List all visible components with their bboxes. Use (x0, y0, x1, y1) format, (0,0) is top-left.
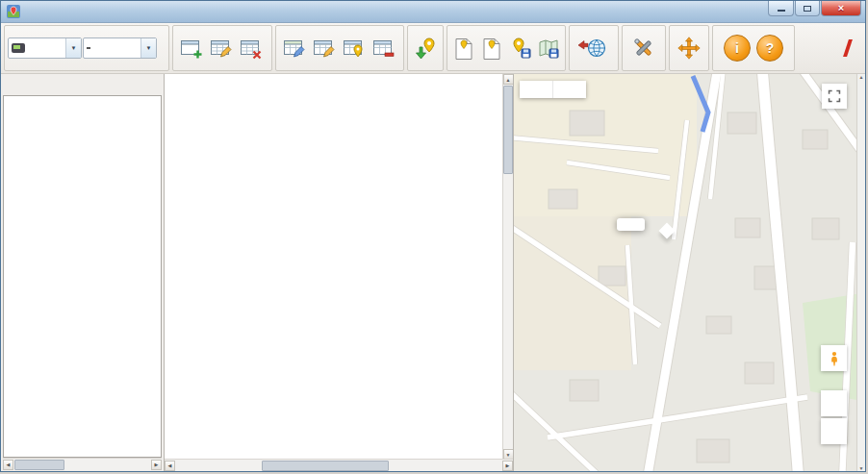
save-csv-button[interactable] (478, 34, 505, 62)
kml-file-icon (452, 37, 475, 60)
main-area: ◀ ▶ ▲ ▼ ◀ ▶ (1, 74, 865, 471)
device-icon (12, 43, 25, 53)
table-delete-icon (239, 37, 262, 60)
pegman-button[interactable] (821, 345, 847, 371)
zoom-in-button[interactable] (821, 390, 847, 416)
scroll-thumb[interactable] (503, 86, 513, 174)
load-track-button[interactable] (411, 34, 440, 62)
map-type-control (520, 81, 586, 98)
scroll-down-icon[interactable]: ▼ (859, 465, 864, 471)
sidebar-tabs (1, 74, 164, 95)
help-button[interactable]: ? (756, 35, 783, 62)
close-icon: × (838, 3, 844, 13)
device-select[interactable]: ▼ (8, 37, 82, 59)
satellite-tab[interactable] (552, 81, 586, 98)
grid-pencil-orange-icon (312, 37, 335, 60)
scroll-right-icon[interactable]: ▶ (151, 460, 162, 470)
edit-tool-button-4[interactable] (369, 34, 397, 62)
panel-sort: ▼ ▼ (4, 25, 169, 71)
grid-marker-icon (342, 37, 365, 60)
title-bar: × (1, 1, 865, 23)
scroll-left-icon[interactable]: ◀ (3, 460, 13, 470)
table-hscrollbar[interactable]: ◀ ▶ (165, 459, 513, 471)
table-pencil-icon (209, 37, 232, 60)
question-icon: ? (766, 40, 775, 56)
panel-edit (275, 25, 404, 71)
marker-download-icon (414, 37, 437, 60)
scroll-up-icon[interactable]: ▲ (859, 74, 864, 80)
panel-about: i ? (712, 25, 795, 71)
scroll-left-icon[interactable]: ◀ (165, 461, 175, 471)
globe-icon (577, 37, 606, 60)
tree-tool-add-button[interactable] (176, 34, 205, 62)
map-tab[interactable] (520, 81, 552, 98)
toolbar: ▼ ▼ (1, 23, 865, 74)
edit-tool-button-2[interactable] (309, 34, 338, 62)
panel-save (447, 25, 566, 71)
grid-pencil-blue-icon (282, 37, 305, 60)
tools-icon (632, 37, 655, 60)
info-button[interactable]: i (724, 35, 751, 62)
panel-settings (622, 25, 666, 71)
map-base-layer (514, 74, 856, 471)
edit-tool-button-3[interactable] (339, 34, 368, 62)
scroll-up-icon[interactable]: ▲ (503, 74, 514, 85)
scroll-thumb[interactable] (14, 460, 64, 470)
close-button[interactable]: × (821, 1, 861, 16)
data-tree (3, 95, 162, 458)
fullscreen-button[interactable] (822, 84, 847, 109)
maximize-icon (804, 6, 811, 12)
move-arrows-icon (677, 37, 701, 60)
minimize-icon (778, 10, 785, 12)
edit-tool-button-1[interactable] (279, 34, 308, 62)
csv-file-icon (480, 37, 503, 60)
tree-tool-delete-button[interactable] (236, 34, 265, 62)
panel-tree (172, 25, 272, 71)
panel-load (407, 25, 444, 71)
save-kml-button[interactable] (450, 34, 477, 62)
panel-internet (569, 25, 619, 71)
save-track-button[interactable] (535, 34, 562, 62)
scroll-thumb[interactable] (262, 461, 389, 471)
map-panel[interactable] (514, 74, 856, 471)
save-marker-button[interactable] (507, 34, 534, 62)
technoac-logo (834, 25, 862, 71)
fullscreen-icon (828, 89, 841, 103)
track-save-icon (537, 37, 560, 60)
internet-button[interactable] (573, 34, 611, 62)
year-select[interactable]: ▼ (83, 37, 157, 59)
maximize-button[interactable] (795, 1, 820, 16)
pegman-icon (827, 351, 842, 366)
measurement-popup (617, 218, 645, 231)
sidebar-hscrollbar[interactable]: ◀ ▶ (3, 458, 162, 470)
sidebar: ◀ ▶ (1, 74, 165, 471)
minimize-button[interactable] (768, 1, 794, 16)
window-vscrollbar[interactable]: ▲ ▼ (856, 74, 865, 471)
chevron-down-icon[interactable]: ▼ (65, 38, 81, 58)
freq-badge (87, 47, 90, 49)
info-icon: i (735, 40, 739, 56)
measurements-table-area: ▲ ▼ ◀ ▶ (165, 74, 514, 471)
settings-button[interactable] (629, 34, 658, 62)
marker-save-icon (509, 37, 532, 60)
app-icon (7, 5, 20, 18)
zoom-out-button[interactable] (821, 418, 847, 444)
table-add-icon (179, 37, 202, 60)
chevron-down-icon[interactable]: ▼ (140, 38, 156, 58)
panel-view (669, 25, 709, 71)
grid-remove-icon (371, 37, 395, 60)
table-vscrollbar[interactable]: ▲ ▼ (502, 74, 513, 460)
view-pan-button[interactable] (675, 34, 703, 62)
tree-tool-edit-button[interactable] (206, 34, 235, 62)
scroll-right-icon[interactable]: ▶ (502, 461, 513, 471)
brand-slash-icon (843, 39, 853, 57)
app-window: × ▼ ▼ (0, 0, 866, 472)
